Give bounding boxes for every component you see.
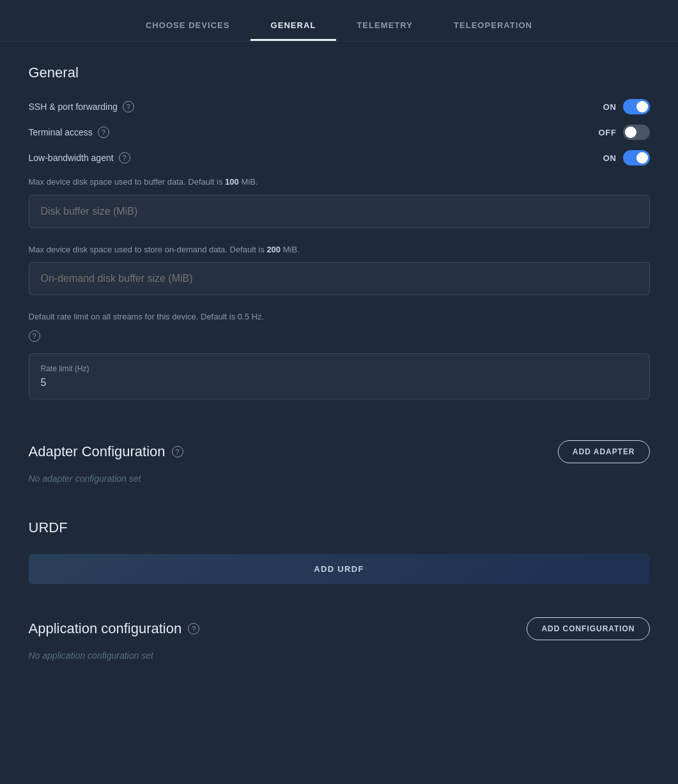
terminal-access-help-icon[interactable]: ?: [98, 127, 109, 138]
disk-buffer-input-wrapper: [29, 195, 650, 228]
terminal-access-row: Terminal access ? OFF: [29, 125, 650, 140]
ssh-port-forwarding-label: SSH & port forwarding: [29, 102, 118, 112]
general-heading: General: [29, 65, 650, 81]
ssh-port-forwarding-status: ON: [603, 102, 617, 112]
add-urdf-button[interactable]: ADD URDF: [29, 554, 650, 584]
ssh-port-forwarding-row: SSH & port forwarding ? ON: [29, 99, 650, 114]
rate-limit-value: 5: [41, 377, 638, 388]
low-bandwidth-agent-toggle[interactable]: [623, 150, 650, 165]
low-bandwidth-agent-status: ON: [603, 153, 617, 163]
adapter-config-empty-state: No adapter configuration set: [29, 473, 650, 484]
adapter-config-help-icon[interactable]: ?: [172, 446, 183, 457]
nav-tabs: CHOOSE DEVICES GENERAL TELEMETRY TELEOPE…: [0, 0, 678, 42]
terminal-access-toggle[interactable]: [623, 125, 650, 140]
adapter-config-header-row: Adapter Configuration ? ADD ADAPTER: [29, 440, 650, 463]
tab-general[interactable]: GENERAL: [250, 12, 337, 41]
tab-telemetry[interactable]: TELEMETRY: [336, 12, 433, 41]
disk-buffer-description: Max device disk space used to buffer dat…: [29, 176, 650, 188]
ondemand-buffer-input-wrapper: [29, 262, 650, 295]
app-config-empty-state: No application configuration set: [29, 650, 650, 661]
low-bandwidth-agent-label: Low-bandwidth agent: [29, 153, 114, 163]
low-bandwidth-agent-row: Low-bandwidth agent ? ON: [29, 150, 650, 165]
rate-limit-label: Rate limit (Hz): [41, 364, 638, 373]
tab-teleoperation[interactable]: TELEOPERATION: [433, 12, 553, 41]
add-adapter-button[interactable]: ADD ADAPTER: [558, 440, 649, 463]
rate-limit-help-icon[interactable]: ?: [29, 330, 40, 342]
terminal-access-label: Terminal access: [29, 127, 93, 137]
app-config-title: Application configuration: [29, 620, 182, 637]
rate-limit-input-wrapper: Rate limit (Hz) 5: [29, 353, 650, 399]
ssh-port-forwarding-help-icon[interactable]: ?: [123, 101, 134, 112]
ssh-port-forwarding-toggle[interactable]: [623, 99, 650, 114]
app-config-help-icon[interactable]: ?: [188, 623, 199, 634]
urdf-title: URDF: [29, 519, 650, 536]
terminal-access-status: OFF: [599, 128, 617, 137]
main-content: General SSH & port forwarding ? ON Termi…: [13, 65, 665, 661]
add-configuration-button[interactable]: ADD CONFIGURATION: [527, 617, 649, 640]
ondemand-buffer-description: Max device disk space used to store on-d…: [29, 243, 650, 256]
rate-limit-description: Default rate limit on all streams for th…: [29, 311, 650, 323]
app-config-header-row: Application configuration ? ADD CONFIGUR…: [29, 617, 650, 640]
tab-choose-devices[interactable]: CHOOSE DEVICES: [125, 12, 250, 41]
ondemand-buffer-input[interactable]: [41, 273, 638, 284]
adapter-config-title: Adapter Configuration: [29, 443, 166, 460]
disk-buffer-input[interactable]: [41, 206, 638, 217]
low-bandwidth-agent-help-icon[interactable]: ?: [119, 152, 130, 164]
